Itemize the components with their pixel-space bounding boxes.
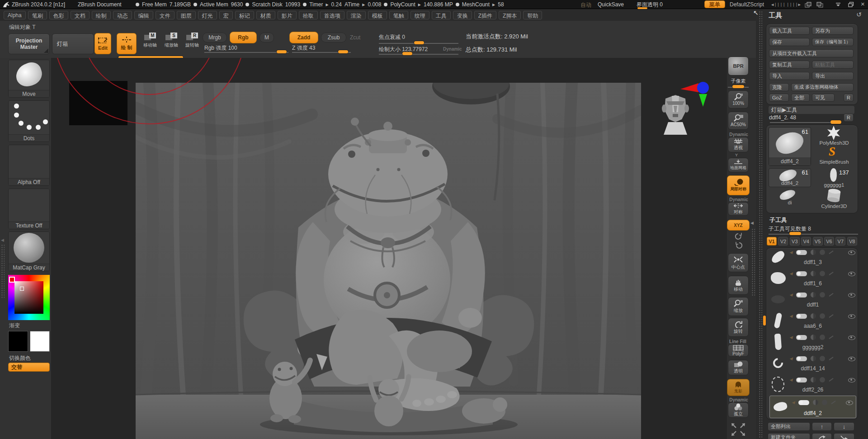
visibility-eye-icon[interactable] — [848, 314, 855, 319]
copy-tool-button[interactable]: 复制工具 — [769, 61, 810, 69]
subtool-up-button[interactable]: ↑ — [812, 422, 832, 431]
rgb-button[interactable]: Rgb — [230, 32, 257, 43]
bpr-render-button[interactable]: BPR — [728, 57, 749, 76]
menu-item-edit[interactable]: 编辑 — [134, 11, 153, 19]
spin-y-icon[interactable] — [732, 232, 744, 241]
menu-item-layer[interactable]: 图层 — [177, 11, 196, 19]
z-intensity-knob[interactable] — [338, 50, 348, 53]
menu-item-light[interactable]: 灯光 — [198, 11, 217, 19]
brush-icon[interactable]: ◀ — [789, 378, 793, 382]
tab-v2[interactable]: V2 — [778, 237, 788, 245]
material-selector[interactable]: MatCap Gray — [8, 231, 50, 271]
sculpt-icon[interactable] — [811, 292, 816, 297]
stroke-selector[interactable]: Dots — [8, 100, 50, 142]
polypaint-icon[interactable] — [798, 400, 809, 405]
actual-size-button[interactable]: 100% — [728, 90, 749, 109]
visibility-eye-icon[interactable] — [848, 293, 855, 297]
tab-v4[interactable]: V4 — [801, 237, 811, 245]
rgb-intensity-slider-label[interactable]: Rgb 强度 100 — [204, 44, 237, 52]
paste-tool-button[interactable]: 粘贴工具 — [812, 61, 854, 69]
move-out-folder-button[interactable] — [834, 433, 854, 439]
symmetry-button[interactable]: 对称 — [728, 202, 749, 216]
quicksave-button[interactable]: QuickSave — [598, 1, 624, 8]
zoom-scale-button[interactable]: 缩放 — [728, 297, 749, 316]
canvas-scroll-arrow-icon[interactable]: ◀ — [750, 221, 754, 225]
scale-gyro-button[interactable]: S 缩放轴 — [162, 33, 181, 48]
export-button[interactable]: 导出 — [812, 72, 854, 80]
polypaint-icon[interactable] — [796, 314, 807, 319]
rgb-intensity-track[interactable] — [204, 52, 288, 53]
brush-icon[interactable]: ◀ — [792, 400, 795, 405]
left-scrollbar[interactable] — [1, 244, 5, 298]
document-canvas[interactable] — [136, 83, 641, 439]
menu-item-stroke[interactable]: 笔触 — [389, 11, 408, 19]
clone-button[interactable]: 克隆 — [769, 83, 789, 91]
visibility-eye-icon[interactable] — [848, 378, 855, 382]
sculpt-icon[interactable] — [811, 377, 816, 382]
menu-item-preferences[interactable]: 首选项 — [320, 11, 344, 19]
restore-button[interactable] — [848, 2, 854, 7]
subpixel-slider-label[interactable]: 子像素 — [726, 78, 750, 85]
simplebrush-icon[interactable]: S — [829, 145, 835, 159]
menu-button[interactable]: 菜单 — [704, 0, 725, 8]
polypaint-icon[interactable] — [796, 356, 807, 361]
lightbox-tool-bar[interactable]: 灯箱▶工具 — [769, 106, 854, 114]
subtool-row[interactable]: ◀ ddff1 — [768, 289, 858, 310]
polypaint-icon[interactable] — [796, 271, 807, 276]
brush-icon[interactable]: ◀ — [789, 271, 793, 276]
menu-item-picker[interactable]: 拾取 — [299, 11, 318, 19]
mask-icon[interactable] — [829, 335, 833, 339]
menu-item-marker[interactable]: 标记 — [235, 11, 254, 19]
mask-icon[interactable] — [829, 250, 833, 254]
save-numbered-button[interactable]: 保存（编号加 1） — [812, 38, 854, 46]
deform-icon[interactable] — [820, 250, 825, 255]
subtool-row[interactable]: ◀ ddff14_14 — [768, 353, 858, 374]
hue-cursor[interactable] — [9, 277, 15, 283]
menu-item-texture[interactable]: 纹理 — [410, 11, 429, 19]
gradient-label[interactable]: 渐变 — [9, 322, 20, 330]
menu-item-tool[interactable]: 工具 — [432, 11, 451, 19]
m-button[interactable]: M — [259, 33, 274, 42]
saturation-cursor[interactable] — [20, 287, 24, 291]
visibility-eye-icon[interactable] — [846, 401, 853, 405]
menu-item-dynamesh[interactable]: 动态 — [113, 11, 132, 19]
palette-dock-right-icon[interactable] — [816, 2, 824, 8]
subtool-row[interactable]: ◀ aaa6_6 — [768, 310, 858, 331]
alpha-selector[interactable]: Alpha Off — [8, 145, 50, 186]
xpose-arrows-icon[interactable] — [730, 421, 747, 438]
switch-colors-button[interactable]: 切换颜色 — [9, 354, 31, 362]
menu-item-movie[interactable]: 影片 — [278, 11, 297, 19]
xyz-symmetry-button[interactable]: XYZ — [727, 220, 750, 231]
z-intensity-slider-label[interactable]: Z 强度 43 — [292, 44, 315, 52]
solo-button[interactable]: 孤立 — [728, 402, 749, 418]
menu-item-alpha[interactable]: Alpha — [4, 11, 26, 19]
zadd-button[interactable]: Zadd — [289, 32, 318, 43]
deform-icon[interactable] — [820, 292, 825, 297]
draw-mode-button[interactable]: 绘 制 — [117, 33, 137, 54]
load-tool-button[interactable]: 载入工具 — [769, 27, 810, 35]
canvas-right-scrollbar[interactable] — [751, 228, 755, 296]
panel-scrollbar[interactable] — [759, 11, 762, 438]
rotate-view-button[interactable]: 旋转 — [728, 318, 749, 337]
cylinder3d-icon[interactable] — [826, 189, 842, 203]
active-tool-slider-label[interactable]: ddff4_2. 48 — [769, 114, 796, 121]
perspective-button[interactable]: 透视 — [728, 137, 749, 152]
menu-item-material[interactable]: 材质 — [256, 11, 275, 19]
sculpt-icon[interactable] — [811, 313, 816, 319]
goz-all-button[interactable]: 全部 — [791, 94, 810, 102]
menu-item-stencil[interactable]: 模板 — [368, 11, 387, 19]
palette-refresh-icon[interactable]: ↺ — [856, 11, 862, 18]
active-tool-r-button[interactable]: R — [844, 113, 854, 122]
deform-icon[interactable] — [820, 377, 825, 382]
mask-icon[interactable] — [829, 314, 833, 318]
menu-item-help[interactable]: 帮助 — [523, 11, 542, 19]
palette-dock-left-icon[interactable] — [805, 2, 812, 8]
menu-item-macro[interactable]: 宏 — [219, 11, 233, 19]
subtool-row[interactable]: ◀ gggggg2 — [768, 331, 858, 353]
menu-item-file[interactable]: 文件 — [156, 11, 175, 19]
di-tool-thumbnail[interactable]: di — [769, 190, 811, 207]
sculpt-icon[interactable] — [811, 250, 816, 255]
mask-icon[interactable] — [829, 357, 833, 360]
texture-selector[interactable]: Texture Off — [8, 189, 50, 229]
recent-tool-thumbnail[interactable]: 61 ddff4_2 — [769, 168, 811, 187]
